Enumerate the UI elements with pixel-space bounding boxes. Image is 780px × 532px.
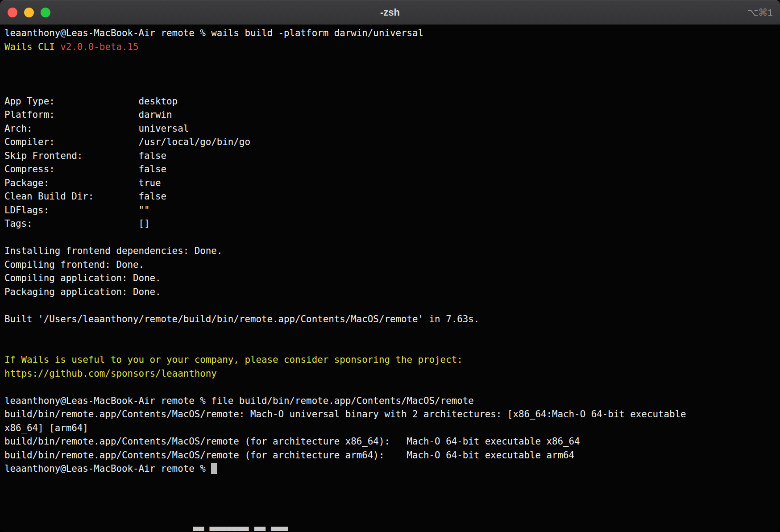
close-button[interactable] [8,8,17,17]
terminal-line: Compress: false [4,162,776,176]
terminal-line: Compiling frontend: Done. [4,258,776,272]
terminal-line: Installing frontend dependencies: Done. [4,244,776,258]
minimize-button[interactable] [24,8,34,17]
terminal-line: build/bin/remote.app/Contents/MacOS/remo… [4,407,776,421]
terminal-line: Arch: universal [4,122,776,136]
block-cursor [211,463,217,474]
terminal-line: build/bin/remote.app/Contents/MacOS/remo… [4,449,776,462]
terminal-line: Package: true [4,176,776,190]
terminal-line: Tags: [] [4,217,776,231]
terminal-line: Wails CLI v2.0.0-beta.15 [4,40,776,54]
terminal-line: leaanthony@Leas-MacBook-Air remote % fil… [4,394,776,408]
terminal-line: Clean Build Dir: false [4,190,776,204]
terminal-line: Compiling application: Done. [4,271,776,285]
terminal-line [4,380,776,394]
terminal-line [4,326,776,340]
terminal-line: build/bin/remote.app/Contents/MacOS/remo… [4,435,776,449]
window-title: -zsh [0,0,780,25]
terminal-line [4,81,776,95]
zoom-button[interactable] [41,8,50,17]
terminal-line: LDFlags: "" [4,204,776,217]
terminal-line: https://github.com/sponsors/leaanthony [4,367,776,381]
terminal-line [4,67,776,81]
terminal-line: If Wails is useful to you or your compan… [4,353,776,367]
terminal-window: -zsh ⌥⌘1 leaanthony@Leas-MacBook-Air rem… [0,0,780,532]
terminal-line [4,299,776,312]
window-controls [0,8,50,17]
terminal-line: Skip Frontend: false [4,149,776,163]
terminal-output[interactable]: leaanthony@Leas-MacBook-Air remote % wai… [0,25,780,532]
tab-shortcut-hint: ⌥⌘1 [747,0,773,25]
terminal-line: Compiler: /usr/local/go/bin/go [4,135,776,149]
terminal-line: leaanthony@Leas-MacBook-Air remote % wai… [4,26,776,40]
terminal-line [4,231,776,245]
terminal-line [4,54,776,67]
terminal-line: Platform: darwin [4,108,776,122]
titlebar[interactable]: -zsh ⌥⌘1 [0,0,780,25]
clipped-text-artifact: ▀▀ ▀▀▀▀▀▀▀ ▀▀ ▀▀▀ [193,527,289,532]
terminal-line: Built '/Users/leaanthony/remote/build/bi… [4,312,776,326]
terminal-line: x86_64] [arm64] [4,421,776,435]
terminal-line: leaanthony@Leas-MacBook-Air remote % [4,462,776,476]
terminal-line [4,340,776,353]
terminal-line: Packaging application: Done. [4,285,776,299]
terminal-line: App Type: desktop [4,95,776,108]
